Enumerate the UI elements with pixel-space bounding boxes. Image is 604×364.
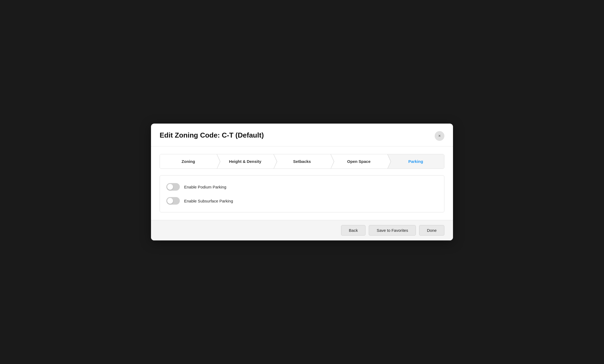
- toggle-row-subsurface: Enable Subsurface Parking: [166, 195, 438, 207]
- toggle-podium-thumb: [167, 184, 173, 190]
- wizard-step-zoning[interactable]: Zoning: [160, 154, 217, 169]
- wizard-steps: Zoning Height & Density Setbacks Open Sp…: [160, 154, 444, 169]
- modal-header: Edit Zoning Code: C-T (Default) ×: [151, 124, 453, 146]
- modal-dialog: Edit Zoning Code: C-T (Default) × Zoning…: [151, 124, 453, 240]
- toggle-row-podium: Enable Podium Parking: [166, 181, 438, 193]
- toggle-subsurface-thumb: [167, 198, 173, 204]
- toggle-subsurface-parking[interactable]: [166, 197, 180, 205]
- modal-overlay: Edit Zoning Code: C-T (Default) × Zoning…: [151, 124, 453, 240]
- wizard-step-open-space[interactable]: Open Space: [331, 154, 387, 169]
- toggle-podium-parking[interactable]: [166, 183, 180, 191]
- wizard-step-height-density[interactable]: Height & Density: [217, 154, 273, 169]
- toggle-podium-label: Enable Podium Parking: [184, 185, 226, 189]
- back-button[interactable]: Back: [341, 225, 366, 236]
- close-button[interactable]: ×: [435, 131, 444, 141]
- modal-title: Edit Zoning Code: C-T (Default): [160, 131, 264, 139]
- done-button[interactable]: Done: [419, 225, 444, 236]
- modal-body: Zoning Height & Density Setbacks Open Sp…: [151, 146, 453, 220]
- wizard-step-setbacks[interactable]: Setbacks: [273, 154, 330, 169]
- modal-footer: Back Save to Favorites Done: [151, 220, 453, 240]
- toggle-subsurface-label: Enable Subsurface Parking: [184, 199, 233, 203]
- save-to-favorites-button[interactable]: Save to Favorites: [369, 225, 416, 236]
- content-card: Enable Podium Parking Enable Subsurface …: [160, 175, 444, 212]
- wizard-step-parking[interactable]: Parking: [387, 154, 444, 169]
